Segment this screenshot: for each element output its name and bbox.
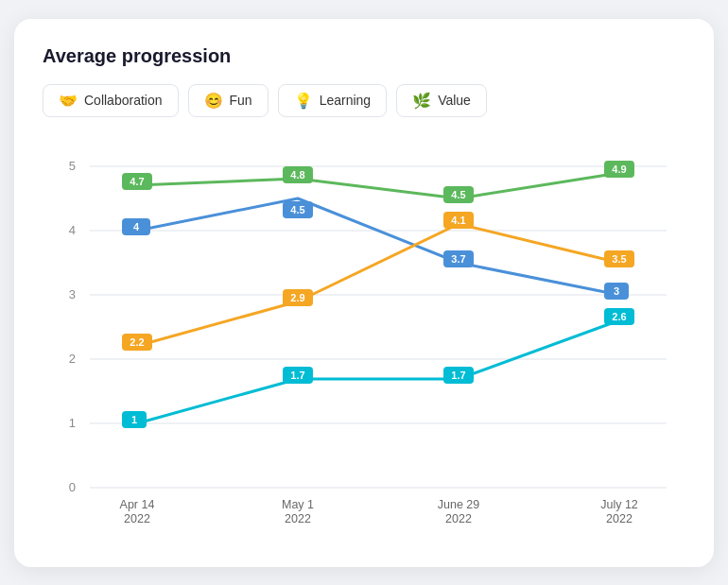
- value-line: [137, 173, 619, 198]
- legend-label-learning: Learning: [320, 93, 372, 108]
- svg-text:5: 5: [69, 159, 76, 173]
- chart-title: Average progression: [43, 45, 685, 67]
- legend-item-learning[interactable]: 💡 Learning: [278, 84, 388, 117]
- svg-text:0: 0: [69, 480, 76, 494]
- collab-label-3: 3.5: [612, 253, 626, 265]
- legend: 🤝 Collaboration 😊 Fun 💡 Learning 🌿 Value: [43, 84, 685, 117]
- learning-label-2: 3.7: [451, 253, 465, 265]
- learning-icon: 💡: [294, 92, 313, 110]
- value-label-3: 4.9: [612, 163, 626, 175]
- learning-label-3: 3: [614, 285, 619, 297]
- learning-label-1: 4.5: [290, 204, 304, 215]
- svg-text:4: 4: [69, 223, 76, 237]
- svg-text:3: 3: [69, 287, 76, 301]
- collab-label-2: 4.1: [451, 215, 465, 226]
- legend-item-value[interactable]: 🌿 Value: [396, 84, 487, 117]
- fun-label-2: 1.7: [451, 370, 465, 381]
- x-label-0-line2: 2022: [124, 512, 150, 525]
- legend-item-collaboration[interactable]: 🤝 Collaboration: [43, 84, 179, 117]
- x-label-1-line1: May 1: [282, 498, 314, 511]
- collaboration-line: [137, 224, 619, 346]
- x-label-1-line2: 2022: [285, 512, 311, 525]
- x-label-3-line2: 2022: [606, 512, 633, 525]
- value-icon: 🌿: [412, 92, 431, 110]
- legend-label-collaboration: Collaboration: [84, 93, 163, 108]
- x-label-2-line2: 2022: [445, 512, 472, 525]
- svg-text:1: 1: [69, 416, 76, 430]
- value-label-2: 4.5: [451, 189, 465, 200]
- value-label-0: 4.7: [130, 176, 144, 187]
- chart-area: 5 4 3 2 1 0 4.7: [43, 138, 685, 535]
- fun-icon: 😊: [204, 92, 223, 110]
- legend-item-fun[interactable]: 😊 Fun: [188, 84, 269, 117]
- fun-label-0: 1: [131, 414, 137, 425]
- collaboration-icon: 🤝: [59, 92, 78, 110]
- value-label-1: 4.8: [290, 169, 304, 181]
- x-label-2-line1: June 29: [438, 498, 480, 511]
- fun-label-1: 1.7: [290, 370, 304, 381]
- collab-label-1: 2.9: [290, 292, 304, 303]
- learning-label-0: 4: [133, 221, 140, 232]
- collab-label-0: 2.2: [130, 336, 144, 348]
- legend-label-value: Value: [438, 93, 471, 108]
- x-label-3-line1: July 12: [600, 498, 638, 511]
- legend-label-fun: Fun: [230, 93, 252, 108]
- svg-text:2: 2: [69, 352, 76, 366]
- x-label-0-line1: Apr 14: [120, 498, 155, 511]
- fun-label-3: 2.6: [612, 311, 626, 322]
- chart-card: Average progression 🤝 Collaboration 😊 Fu…: [14, 19, 714, 567]
- fun-line: [137, 320, 619, 423]
- chart-svg: 5 4 3 2 1 0 4.7: [43, 138, 685, 535]
